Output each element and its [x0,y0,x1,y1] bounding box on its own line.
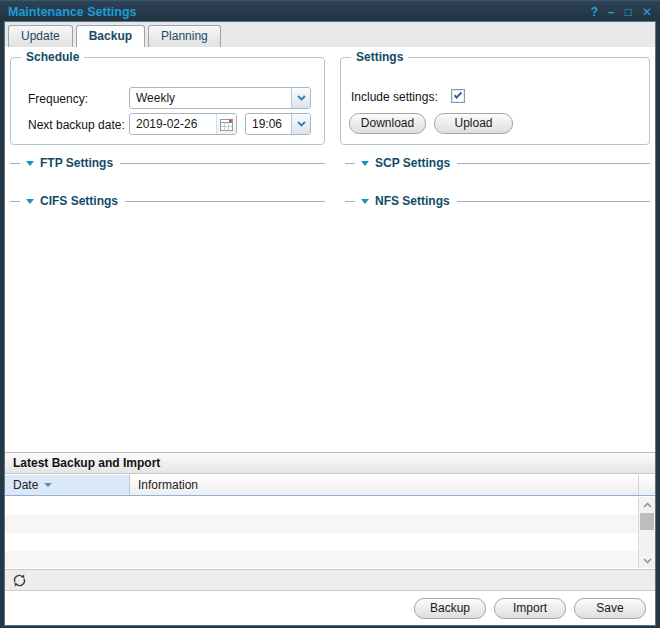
column-header-information[interactable]: Information [130,475,639,495]
schedule-groupbox: Schedule Frequency: Weekly Next backup d… [10,57,325,145]
latest-backup-header: Latest Backup and Import [5,452,655,474]
column-header-spacer [639,475,655,495]
scroll-down-icon[interactable] [639,553,655,568]
grid-toolbar [5,569,655,591]
section-label: SCP Settings [375,156,450,170]
section-label: NFS Settings [375,194,450,208]
tab-planning[interactable]: Planning [148,25,221,47]
settings-groupbox: Settings Include settings: Download Uplo… [340,57,650,145]
table-row [5,497,638,515]
chevron-down-icon[interactable] [291,88,310,108]
column-label: Date [13,478,38,492]
section-nfs-settings[interactable]: NFS Settings [345,193,650,209]
column-header-date[interactable]: Date [5,475,130,495]
check-icon [454,90,462,98]
collapse-arrow-icon[interactable] [26,199,34,204]
frequency-label: Frequency: [28,92,88,106]
refresh-icon[interactable] [12,573,27,588]
window-controls: ? – □ ✕ [591,2,652,22]
divider [10,163,20,164]
section-label: FTP Settings [40,156,113,170]
backup-button[interactable]: Backup [414,598,486,619]
next-backup-time-select[interactable]: 19:06 [245,113,311,135]
table-row [5,533,638,551]
maintenance-settings-window: Maintenance Settings ? – □ ✕ Update Back… [0,0,660,628]
schedule-legend: Schedule [21,50,84,64]
title-bar: Maintenance Settings ? – □ ✕ [0,0,660,22]
section-cifs-settings[interactable]: CIFS Settings [10,193,325,209]
divider [120,163,325,164]
grid-rows [5,497,638,568]
tab-update[interactable]: Update [8,25,73,47]
column-label: Information [138,478,198,492]
divider [345,163,355,164]
collapse-arrow-icon[interactable] [361,199,369,204]
window-title: Maintenance Settings [8,5,137,19]
sort-desc-icon [44,483,52,487]
collapse-arrow-icon[interactable] [26,161,34,166]
collapse-arrow-icon[interactable] [361,161,369,166]
grid-body [5,497,655,568]
download-button[interactable]: Download [349,113,426,134]
include-settings-label: Include settings: [351,90,438,104]
import-button[interactable]: Import [494,598,566,619]
divider [125,201,325,202]
next-backup-date-value: 2019-02-26 [130,117,216,131]
next-backup-time-value: 19:06 [246,117,291,131]
section-scp-settings[interactable]: SCP Settings [345,155,650,171]
close-icon[interactable]: ✕ [642,2,652,22]
divider [457,163,650,164]
calendar-icon[interactable] [216,114,236,134]
tab-bar: Update Backup Planning [5,22,655,47]
save-button[interactable]: Save [574,598,646,619]
divider [10,201,20,202]
help-icon[interactable]: ? [591,2,598,22]
frequency-value: Weekly [130,91,291,105]
minimize-icon[interactable]: – [608,2,615,22]
scrollbar-thumb[interactable] [640,513,654,530]
table-row [5,551,638,568]
include-settings-checkbox[interactable] [451,89,465,103]
scroll-up-icon[interactable] [639,497,655,512]
maximize-icon[interactable]: □ [625,2,632,22]
grid-header: Date Information [5,475,655,496]
divider [345,201,355,202]
footer-bar: Backup Import Save [5,592,655,625]
settings-legend: Settings [351,50,408,64]
window-body: Update Backup Planning Schedule Frequenc… [5,22,655,625]
upload-button[interactable]: Upload [434,113,513,134]
table-row [5,515,638,533]
vertical-scrollbar[interactable] [638,497,655,568]
section-label: CIFS Settings [40,194,118,208]
frequency-select[interactable]: Weekly [129,87,311,109]
section-ftp-settings[interactable]: FTP Settings [10,155,325,171]
next-backup-label: Next backup date: [28,118,125,132]
chevron-down-icon[interactable] [291,114,310,134]
next-backup-date-field[interactable]: 2019-02-26 [129,113,237,135]
divider [457,201,650,202]
tab-backup[interactable]: Backup [76,25,145,47]
